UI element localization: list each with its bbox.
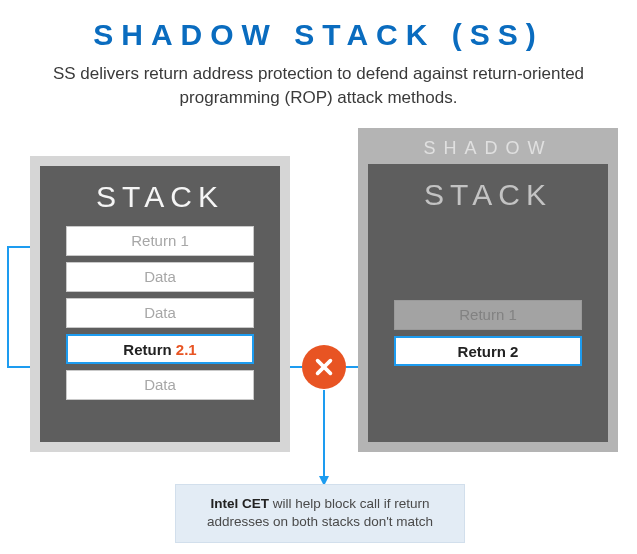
- right-row-return2-bold: 2: [510, 343, 518, 360]
- shadow-label: SHADOW: [366, 136, 610, 165]
- right-stack-outer: SHADOW STACK Return 1 Return 2: [358, 128, 618, 452]
- right-row-return2-prefix: Return: [458, 343, 511, 360]
- left-stack-outer: STACK Return 1 Data Data Return 2.1 Data: [30, 156, 290, 452]
- diagram-area: STACK Return 1 Data Data Return 2.1 Data…: [0, 120, 637, 540]
- left-row-return21: Return 2.1: [66, 334, 254, 364]
- page-title: SHADOW STACK (SS): [0, 0, 637, 52]
- left-stack-label: STACK: [64, 180, 256, 214]
- left-row-data1: Data: [66, 262, 254, 292]
- callout-bold: Intel CET: [210, 496, 269, 511]
- shadow-spacer: [392, 224, 584, 300]
- left-row-return21-prefix: Return: [123, 341, 176, 358]
- right-row-return2: Return 2: [394, 336, 582, 366]
- right-stack-label: STACK: [392, 178, 584, 212]
- right-stack-inner: STACK Return 1 Return 2: [368, 164, 608, 442]
- left-row-return21-red: 2.1: [176, 341, 197, 358]
- mismatch-x-icon: [302, 345, 346, 389]
- right-row-return1: Return 1: [394, 300, 582, 330]
- left-row-data3: Data: [66, 370, 254, 400]
- left-stack-inner: STACK Return 1 Data Data Return 2.1 Data: [40, 166, 280, 442]
- x-icon: [313, 356, 335, 378]
- left-row-return1: Return 1: [66, 226, 254, 256]
- left-row-data2: Data: [66, 298, 254, 328]
- callout-box: Intel CET will help block call if return…: [175, 484, 465, 544]
- page-subtitle: SS delivers return address protection to…: [0, 62, 637, 110]
